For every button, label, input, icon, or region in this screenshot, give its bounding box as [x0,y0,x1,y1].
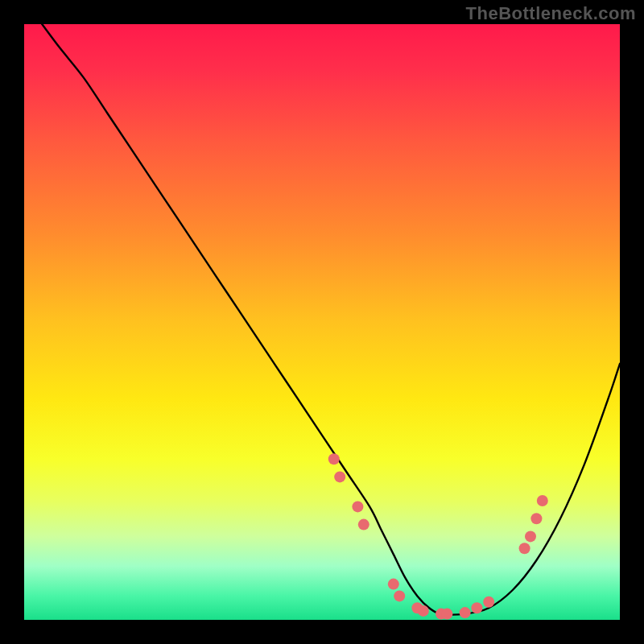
bottleneck-chart [0,0,644,644]
highlight-dot [519,543,530,554]
highlight-dot [394,590,405,601]
highlight-dot [530,513,542,524]
watermark-text: TheBottleneck.com [466,3,636,24]
highlight-dot [525,530,536,542]
highlight-dot [483,597,494,608]
highlight-dot [418,605,429,617]
highlight-dot [358,519,369,530]
highlight-dot [537,495,548,506]
highlight-dot [441,609,452,620]
highlight-dot [328,453,340,464]
plot-background [24,24,620,620]
highlight-dot [388,579,399,590]
highlight-dot [352,501,363,512]
highlight-dot [471,602,482,613]
highlight-dot [334,471,345,482]
highlight-dot [460,607,471,618]
chart-frame: TheBottleneck.com [0,0,644,644]
